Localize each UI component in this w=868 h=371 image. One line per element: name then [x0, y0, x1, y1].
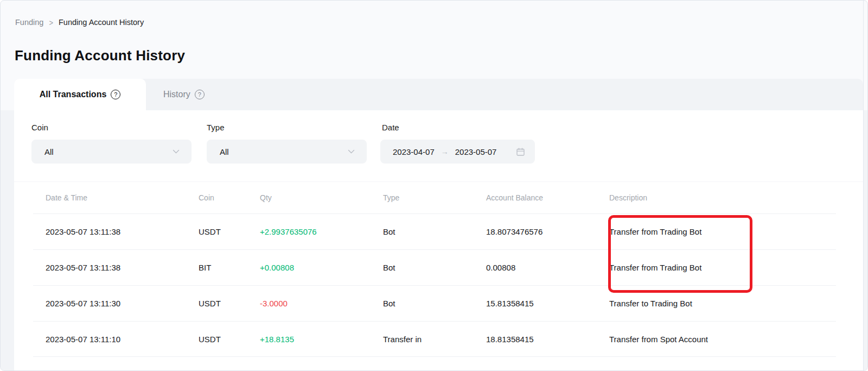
cell-description: Transfer to Trading Bot — [609, 299, 836, 308]
help-icon[interactable]: ? — [111, 90, 120, 99]
cell-account-balance: 18.81358415 — [486, 335, 609, 344]
table-row: 2023-05-07 13:11:38 BIT +0.00808 Bot 0.0… — [33, 249, 836, 285]
column-header-account-balance: Account Balance — [486, 193, 609, 202]
type-filter-dropdown[interactable]: All — [207, 140, 367, 164]
tab-all-transactions[interactable]: All Transactions ? — [14, 79, 146, 110]
page-title: Funding Account History — [15, 47, 185, 64]
cell-date-time: 2023-05-07 13:11:38 — [46, 227, 199, 236]
cell-type: Bot — [383, 263, 486, 272]
column-header-type: Type — [383, 193, 486, 202]
cell-account-balance: 15.81358415 — [486, 299, 609, 308]
table-row: 2023-05-07 13:11:38 USDT +2.9937635076 B… — [33, 213, 836, 249]
cell-date-time: 2023-05-07 13:11:38 — [46, 263, 199, 272]
cell-type: Bot — [383, 299, 486, 308]
tab-history-label: History — [163, 90, 190, 99]
date-range-picker[interactable]: 2023-04-07 → 2023-05-07 — [380, 140, 535, 164]
help-icon[interactable]: ? — [195, 90, 205, 99]
transactions-table: Date & Time Coin Qty Type Account Balanc… — [14, 181, 863, 357]
cell-date-time: 2023-05-07 13:11:10 — [46, 335, 199, 344]
chevron-down-icon — [348, 149, 355, 154]
column-header-description: Description — [609, 193, 836, 202]
breadcrumb-funding-link[interactable]: Funding — [15, 18, 43, 27]
cell-coin: BIT — [199, 263, 260, 272]
funding-account-history-page: Funding > Funding Account History Fundin… — [0, 0, 868, 371]
cell-qty: +0.00808 — [260, 263, 383, 272]
column-header-qty: Qty — [260, 193, 383, 202]
cell-qty: +18.8135 — [260, 335, 383, 344]
cell-description: Transfer from Trading Bot — [609, 263, 836, 272]
column-header-date-time: Date & Time — [46, 193, 199, 202]
cell-account-balance: 0.00808 — [486, 263, 609, 272]
breadcrumb: Funding > Funding Account History — [15, 18, 144, 27]
date-range-end: 2023-05-07 — [455, 147, 497, 156]
coin-filter-dropdown[interactable]: All — [31, 140, 192, 164]
coin-filter-label: Coin — [31, 123, 48, 132]
table-header-row: Date & Time Coin Qty Type Account Balanc… — [33, 181, 836, 213]
date-range-start: 2023-04-07 — [393, 147, 435, 156]
cell-coin: USDT — [199, 227, 260, 236]
table-row: 2023-05-07 13:11:10 USDT +18.8135 Transf… — [33, 321, 836, 357]
tab-bar: All Transactions ? History ? — [14, 79, 863, 110]
cell-type: Transfer in — [383, 335, 486, 344]
tab-all-transactions-label: All Transactions — [40, 90, 107, 99]
breadcrumb-separator-icon: > — [49, 17, 53, 27]
window-edge-divider — [863, 1, 864, 370]
type-filter-label: Type — [207, 123, 225, 132]
cell-qty: +2.9937635076 — [260, 227, 383, 236]
type-filter-value: All — [220, 147, 348, 156]
cell-qty: -3.0000 — [260, 299, 383, 308]
breadcrumb-current: Funding Account History — [59, 18, 144, 27]
coin-filter-value: All — [44, 147, 173, 156]
chevron-down-icon — [173, 149, 180, 154]
cell-coin: USDT — [199, 335, 260, 344]
cell-type: Bot — [383, 227, 486, 236]
cell-date-time: 2023-05-07 13:11:30 — [46, 299, 199, 308]
calendar-icon[interactable] — [516, 147, 525, 156]
cell-coin: USDT — [199, 299, 260, 308]
date-range-arrow-icon: → — [441, 147, 449, 156]
content-card: Coin Type Date All All 2023-04-07 → 2023… — [14, 110, 863, 371]
cell-description: Transfer from Spot Account — [609, 335, 836, 344]
cell-description: Transfer from Trading Bot — [609, 227, 836, 236]
cell-account-balance: 18.8073476576 — [486, 227, 609, 236]
date-filter-label: Date — [382, 123, 399, 132]
column-header-coin: Coin — [199, 193, 260, 202]
table-row: 2023-05-07 13:11:30 USDT -3.0000 Bot 15.… — [33, 285, 836, 321]
tab-history[interactable]: History ? — [146, 79, 222, 110]
